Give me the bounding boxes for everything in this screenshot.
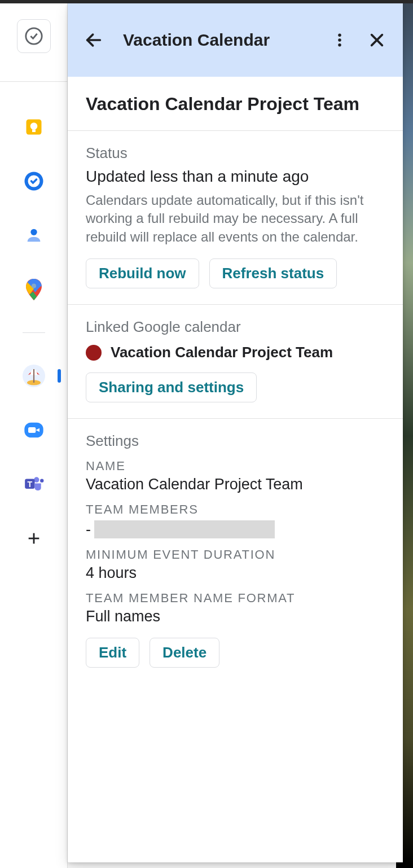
- status-updated-text: Updated less than a minute ago: [86, 168, 385, 186]
- panel-title: Vacation Calendar: [123, 30, 270, 50]
- sidebar-item-maps[interactable]: [23, 278, 45, 301]
- svg-point-6: [30, 229, 37, 235]
- sharing-settings-button[interactable]: Sharing and settings: [86, 372, 257, 402]
- settings-label: Settings: [86, 432, 385, 450]
- svg-point-20: [338, 38, 341, 42]
- members-redacted: [94, 520, 275, 538]
- sidebar-item-add[interactable]: [23, 527, 45, 550]
- back-button[interactable]: [80, 27, 107, 54]
- status-label: Status: [86, 144, 385, 162]
- tasks-checkmark-icon: [24, 171, 44, 191]
- side-panel: Vacation Calendar Vacation Calendar Proj…: [68, 3, 403, 862]
- settings-name-format-value: Full names: [86, 608, 385, 625]
- calendar-color-dot: [86, 345, 102, 361]
- settings-min-duration-value: 4 hours: [86, 564, 385, 582]
- svg-point-0: [25, 28, 41, 44]
- edit-button[interactable]: Edit: [86, 638, 139, 668]
- teams-icon: T: [23, 474, 45, 495]
- settings-name-format-label: TEAM MEMBER NAME FORMAT: [86, 591, 385, 606]
- svg-rect-3: [32, 130, 36, 133]
- status-description: Calendars update automatically, but if t…: [86, 191, 385, 246]
- sidebar-item-zoom[interactable]: [23, 419, 45, 441]
- svg-point-13: [40, 479, 43, 483]
- sidebar-item-tasks[interactable]: [23, 170, 45, 192]
- settings-name-label: NAME: [86, 459, 385, 474]
- sidebar-item-keep[interactable]: [23, 116, 45, 138]
- sidebar-item-contacts[interactable]: [23, 224, 45, 247]
- project-title: Vacation Calendar Project Team: [68, 77, 403, 131]
- linked-calendar-name: Vacation Calendar Project Team: [111, 344, 333, 361]
- settings-members-value: -: [86, 520, 385, 538]
- person-icon: [24, 226, 43, 245]
- linked-calendar-section: Linked Google calendar Vacation Calendar…: [68, 305, 403, 419]
- more-vert-icon: [331, 32, 348, 49]
- sidebar-item-teams[interactable]: T: [23, 473, 45, 496]
- more-button[interactable]: [326, 27, 353, 54]
- members-dash: -: [86, 521, 91, 538]
- settings-name-value: Vacation Calendar Project Team: [86, 476, 385, 493]
- svg-point-2: [30, 122, 37, 130]
- delete-button[interactable]: Delete: [150, 638, 219, 668]
- linked-label: Linked Google calendar: [86, 318, 385, 336]
- svg-rect-11: [28, 427, 36, 433]
- sidebar-divider: [23, 332, 45, 333]
- close-icon: [368, 31, 386, 49]
- svg-point-21: [338, 43, 341, 47]
- settings-min-duration-label: MINIMUM EVENT DURATION: [86, 547, 385, 562]
- status-section: Status Updated less than a minute ago Ca…: [68, 131, 403, 305]
- beach-umbrella-icon: [24, 366, 44, 386]
- plus-icon: [26, 531, 42, 546]
- close-button[interactable]: [363, 27, 390, 54]
- settings-members-label: TEAM MEMBERS: [86, 502, 385, 517]
- svg-point-19: [338, 34, 341, 37]
- svg-point-7: [31, 284, 36, 288]
- svg-text:T: T: [27, 480, 32, 489]
- lightbulb-icon: [24, 117, 44, 137]
- checkmark-circle-icon: [24, 27, 43, 46]
- sidebar-item-vacation[interactable]: [23, 365, 45, 387]
- rebuild-now-button[interactable]: Rebuild now: [86, 258, 199, 288]
- arrow-left-icon: [84, 30, 103, 50]
- panel-header: Vacation Calendar: [68, 3, 403, 77]
- refresh-status-button[interactable]: Refresh status: [209, 258, 337, 288]
- tasks-box[interactable]: [17, 19, 51, 53]
- maps-pin-icon: [25, 279, 43, 300]
- settings-section: Settings NAME Vacation Calendar Project …: [68, 419, 403, 683]
- addons-sidebar: T: [0, 3, 68, 868]
- camera-icon: [23, 419, 45, 441]
